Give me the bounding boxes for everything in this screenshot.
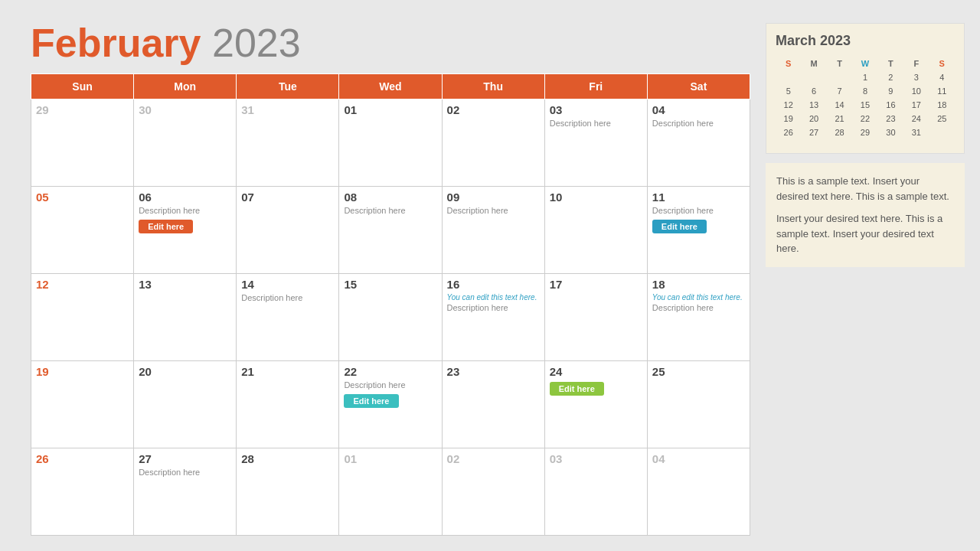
day-number: 07 xyxy=(241,191,334,204)
day-number: 01 xyxy=(344,103,436,116)
edit-button[interactable]: Edit here xyxy=(139,220,193,233)
mini-cal-day: 7 xyxy=(827,84,852,98)
day-number: 19 xyxy=(36,365,129,378)
day-number: 15 xyxy=(344,278,436,291)
day-number: 20 xyxy=(139,365,231,378)
day-number: 26 xyxy=(36,452,129,465)
mini-cal-header: M xyxy=(801,57,826,70)
mini-calendar-box: March 2023 SMTWTFS 123456789101112131415… xyxy=(766,23,965,154)
day-number: 29 xyxy=(36,103,129,116)
cal-cell: 10 xyxy=(544,187,647,274)
day-number: 21 xyxy=(241,365,334,378)
cal-header-sun: Sun xyxy=(31,74,134,99)
mini-cal-day: 30 xyxy=(878,126,903,139)
day-number: 18 xyxy=(652,278,745,291)
cal-cell: 03 xyxy=(544,448,647,536)
cal-cell: 07 xyxy=(237,187,339,274)
day-number: 09 xyxy=(447,191,540,204)
day-number: 02 xyxy=(447,103,540,116)
mini-cal-day: 22 xyxy=(852,112,877,126)
cal-cell: 04 xyxy=(647,448,750,536)
cal-cell: 29 xyxy=(31,99,134,187)
cal-cell: 31 xyxy=(237,99,339,187)
cal-cell: 21 xyxy=(237,361,339,448)
cal-cell: 17 xyxy=(544,274,647,361)
cal-cell: 01 xyxy=(339,448,442,536)
sidebar-text-1: This is a sample text. Insert your desir… xyxy=(776,174,954,204)
you-can-edit-text: You can edit this text here. xyxy=(447,293,540,302)
mini-cal-day: 31 xyxy=(903,126,929,139)
you-can-edit-text: You can edit this text here. xyxy=(652,293,745,302)
mini-cal-day: 4 xyxy=(929,70,955,84)
mini-cal-day: 12 xyxy=(776,98,801,112)
mini-cal-day: 8 xyxy=(852,84,877,98)
description-text: Description here xyxy=(344,380,436,390)
cal-header-tue: Tue xyxy=(237,74,339,99)
edit-button[interactable]: Edit here xyxy=(344,394,398,408)
cal-cell: 09Description here xyxy=(442,187,544,274)
mini-cal-day: 9 xyxy=(878,84,903,98)
cal-cell: 06Description hereEdit here xyxy=(134,187,237,274)
description-text: Description here xyxy=(550,119,642,128)
day-number: 31 xyxy=(241,103,334,116)
cal-cell: 15 xyxy=(339,274,442,361)
mini-cal-day: 1 xyxy=(852,70,877,84)
cal-cell: 08Description here xyxy=(339,187,442,274)
mini-cal-day xyxy=(801,70,826,84)
mini-cal-day: 14 xyxy=(827,98,852,112)
mini-cal-day xyxy=(929,139,955,144)
cal-header-thu: Thu xyxy=(442,74,544,99)
day-number: 11 xyxy=(652,191,745,204)
day-number: 10 xyxy=(550,191,642,204)
cal-cell: 04Description here xyxy=(647,99,750,187)
cal-cell: 11Description hereEdit here xyxy=(647,187,750,274)
mini-cal-day: 21 xyxy=(827,112,852,126)
mini-cal-day: 28 xyxy=(827,126,852,139)
day-number: 05 xyxy=(36,191,129,204)
mini-cal-day: 10 xyxy=(903,84,929,98)
cal-header-wed: Wed xyxy=(339,74,442,99)
description-text: Description here xyxy=(139,468,231,477)
mini-cal-day: 17 xyxy=(903,98,929,112)
mini-cal-day: 16 xyxy=(878,98,903,112)
day-number: 30 xyxy=(139,103,231,116)
mini-cal-day: 29 xyxy=(852,126,877,139)
day-number: 04 xyxy=(652,452,745,465)
description-text: Description here xyxy=(652,303,745,312)
edit-button[interactable]: Edit here xyxy=(550,382,604,396)
mini-cal-day: 26 xyxy=(776,126,801,139)
mini-cal-day: 23 xyxy=(878,112,903,126)
day-number: 04 xyxy=(652,103,745,116)
mini-cal-day xyxy=(801,139,826,144)
day-number: 02 xyxy=(447,452,540,465)
mini-cal-day: 19 xyxy=(776,112,801,126)
edit-button[interactable]: Edit here xyxy=(652,220,707,233)
day-number: 17 xyxy=(550,278,642,291)
cal-cell: 28 xyxy=(237,448,339,536)
cal-cell: 13 xyxy=(134,274,237,361)
description-text: Description here xyxy=(652,119,745,128)
cal-cell: 12 xyxy=(31,274,134,361)
cal-header-fri: Fri xyxy=(544,74,647,99)
cal-cell: 14Description here xyxy=(237,274,339,361)
mini-cal-day: 15 xyxy=(852,98,877,112)
mini-cal-day: 27 xyxy=(801,126,826,139)
mini-cal-day: 13 xyxy=(801,98,826,112)
mini-cal-header: T xyxy=(878,57,903,70)
calendar-table: SunMonTueWedThuFriSat 293031010203Descri… xyxy=(31,73,750,536)
main-section: February 2023 SunMonTueWedThuFriSat 2930… xyxy=(31,23,750,536)
day-number: 24 xyxy=(550,365,642,378)
day-number: 12 xyxy=(36,278,129,291)
cal-cell: 24Edit here xyxy=(544,361,647,448)
sidebar-text-2: Insert your desired text here. This is a… xyxy=(776,211,954,256)
cal-cell: 19 xyxy=(31,361,134,448)
mini-cal-day xyxy=(929,126,955,139)
description-text: Description here xyxy=(139,206,231,215)
day-number: 16 xyxy=(447,278,540,291)
mini-cal-day xyxy=(827,139,852,144)
mini-cal-header: F xyxy=(903,57,929,70)
day-number: 08 xyxy=(344,191,436,204)
mini-cal-day xyxy=(852,139,877,144)
mini-cal-day: 18 xyxy=(929,98,955,112)
main-title: February 2023 xyxy=(31,23,750,63)
